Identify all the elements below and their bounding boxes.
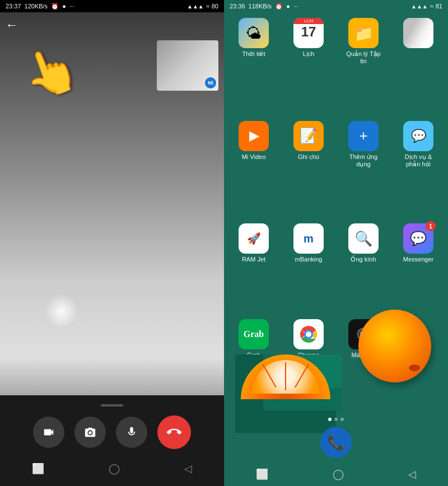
right-nav-square[interactable]: ⬜ <box>256 468 268 480</box>
addapp-icon: + <box>348 121 379 151</box>
flip-camera-button[interactable] <box>74 417 106 448</box>
video-area: ← 👆 Mi <box>0 12 224 395</box>
phone-dock: 📞 <box>224 423 448 464</box>
mivideo-icon: ▶ <box>239 121 269 151</box>
pip-window[interactable]: Mi <box>157 40 218 91</box>
page-dots <box>224 415 448 423</box>
page-dot-3 <box>340 418 344 421</box>
light-flare <box>45 295 78 328</box>
app-item-addapp[interactable]: + Thêm ứng dụng <box>338 121 389 219</box>
back-button[interactable]: ← <box>6 18 18 32</box>
messenger-badge: 1 <box>426 221 436 231</box>
mbanking-label: mBanking <box>295 256 323 263</box>
left-panel: 23:37 120KB/s ⏰ ● ··· ▲▲▲ ≈ 80 ← 👆 Mi <box>0 0 224 486</box>
right-nav-circle[interactable]: ◯ <box>333 468 344 480</box>
mic-button[interactable] <box>116 417 147 448</box>
left-signal-icon: ▲▲▲ <box>187 3 204 10</box>
screenshot-preview-icon <box>403 18 433 48</box>
ramjet-label: RAM Jet <box>242 256 265 263</box>
lens-label: Ống kính <box>351 256 376 263</box>
lens-icon: 🔍 <box>348 223 379 254</box>
left-status-bar: 23:37 120KB/s ⏰ ● ··· ▲▲▲ ≈ 80 <box>0 0 224 12</box>
filemanager-icon: 📁 <box>348 18 379 48</box>
weather-label: Thời tiết <box>242 50 265 58</box>
left-status-right: ▲▲▲ ≈ 80 <box>187 3 218 10</box>
mi-badge: Mi <box>205 77 216 88</box>
right-speed: 118KB/s <box>249 3 272 10</box>
filemanager-label: Quản lý Tập tin <box>344 50 383 65</box>
right-status-bar: 23:36 118KB/s ⏰ ● ··· ▲▲▲ ≈ 81 <box>224 0 448 12</box>
left-nav-bar: ⬜ ◯ ◁ <box>0 458 224 480</box>
left-battery: 80 <box>212 3 218 10</box>
phone-button[interactable]: 📞 <box>320 427 352 458</box>
call-controls: ⬜ ◯ ◁ <box>0 395 224 486</box>
mbanking-icon: m <box>293 223 324 254</box>
right-nav-back[interactable]: ◁ <box>408 468 416 480</box>
left-alarm-icon: ⏰ <box>51 3 59 10</box>
left-wifi-icon: ≈ <box>206 3 209 10</box>
messenger-label: Messenger <box>403 256 433 263</box>
end-call-button[interactable] <box>157 415 191 449</box>
right-status-right: ▲▲▲ ≈ 81 <box>411 3 442 10</box>
right-status-left: 23:36 118KB/s ⏰ ● ··· <box>230 3 298 10</box>
left-record-icon: ● <box>62 3 66 10</box>
weather-icon: 🌤 <box>239 18 269 48</box>
right-more: ··· <box>293 3 298 10</box>
right-signal-icon: ▲▲▲ <box>411 3 428 10</box>
right-nav-bar: ⬜ ◯ ◁ <box>224 464 448 486</box>
right-time: 23:36 <box>230 3 245 10</box>
app-item-weather[interactable]: 🌤 Thời tiết <box>228 18 279 116</box>
calendar-label: Lịch <box>303 50 315 58</box>
right-battery: 81 <box>436 3 442 10</box>
left-status-left: 23:37 120KB/s ⏰ ● ··· <box>6 3 74 10</box>
feedback-icon: 💬 <box>403 121 433 151</box>
video-toggle-button[interactable] <box>33 417 64 448</box>
calendar-icon: LCH 17 <box>293 18 324 48</box>
left-nav-circle[interactable]: ◯ <box>109 462 120 475</box>
left-time: 23:37 <box>6 3 21 10</box>
app-item-screenshot[interactable] <box>393 18 444 116</box>
hand-pointer-icon: 👆 <box>15 38 86 107</box>
right-record-icon: ● <box>286 3 290 10</box>
messenger-icon: 💬 1 <box>403 223 433 254</box>
mivideo-label: Mi Video <box>242 153 266 161</box>
page-dot-2 <box>334 418 338 421</box>
drag-handle[interactable] <box>101 404 123 406</box>
right-alarm-icon: ⏰ <box>275 3 283 10</box>
feedback-label: Dịch vụ & phản hồi <box>399 153 438 168</box>
left-speed: 120KB/s <box>25 3 48 10</box>
app-item-feedback[interactable]: 💬 Dịch vụ & phản hồi <box>393 121 444 219</box>
left-nav-square[interactable]: ⬜ <box>32 462 44 475</box>
app-item-notes[interactable]: 📝 Ghi chú <box>283 121 334 219</box>
left-nav-back[interactable]: ◁ <box>184 462 192 475</box>
app-item-calendar[interactable]: LCH 17 Lịch <box>283 18 334 116</box>
page-dot-1 <box>328 418 332 421</box>
ramjet-icon: 🚀 <box>239 223 269 254</box>
app-item-mivideo[interactable]: ▶ Mi Video <box>228 121 279 219</box>
right-panel: 23:36 118KB/s ⏰ ● ··· ▲▲▲ ≈ 81 🌤 Thời ti… <box>224 0 448 486</box>
notes-label: Ghi chú <box>298 153 319 161</box>
control-buttons <box>22 415 202 454</box>
app-item-filemanager[interactable]: 📁 Quản lý Tập tin <box>338 18 389 116</box>
right-wifi-icon: ≈ <box>430 3 433 10</box>
notes-icon: 📝 <box>293 121 324 151</box>
addapp-label: Thêm ứng dụng <box>344 153 383 168</box>
orange-scene <box>224 293 448 433</box>
left-more: ··· <box>69 3 74 10</box>
